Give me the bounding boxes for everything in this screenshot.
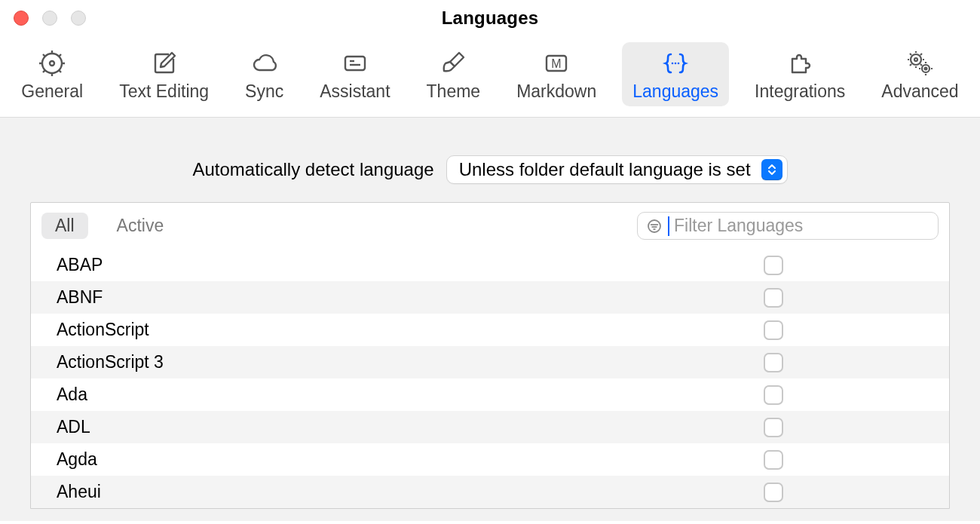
tab-text-editing[interactable]: Text Editing (109, 42, 219, 106)
language-name: ADL (57, 417, 764, 437)
language-row[interactable]: Ada (31, 378, 949, 411)
languages-list: ABAP ABNF ActionScript ActionScript 3 Ad… (31, 249, 949, 508)
tab-sync[interactable]: Sync (234, 42, 294, 106)
tab-label: Theme (427, 81, 481, 102)
window-controls (14, 11, 86, 26)
tab-label: Advanced (881, 81, 958, 102)
language-checkbox[interactable] (764, 256, 783, 275)
tab-label: Integrations (755, 81, 845, 102)
pencil-square-icon (149, 48, 179, 78)
gear-icon (37, 48, 67, 78)
text-cursor (668, 216, 669, 236)
braces-icon (660, 48, 691, 78)
language-name: ABNF (57, 287, 764, 308)
tab-advanced[interactable]: Advanced (871, 42, 969, 106)
languages-panel: All Active ABAP (30, 202, 950, 509)
filter-input[interactable] (674, 216, 930, 236)
autodetect-select[interactable]: Unless folder default language is set (446, 155, 788, 184)
svg-point-7 (672, 63, 674, 65)
svg-point-12 (922, 65, 929, 72)
markdown-icon: M (541, 48, 571, 78)
cloud-icon (250, 48, 280, 78)
tab-label: Sync (245, 81, 283, 102)
svg-point-0 (42, 54, 62, 73)
svg-point-13 (925, 68, 927, 70)
tab-label: Languages (632, 81, 718, 102)
tab-theme[interactable]: Theme (416, 42, 492, 106)
autodetect-value: Unless folder default language is set (459, 159, 761, 180)
tab-assistant[interactable]: Assistant (309, 42, 400, 106)
zoom-window-button[interactable] (71, 11, 86, 26)
language-name: Aheui (57, 482, 764, 502)
gears-icon (905, 48, 935, 78)
language-row[interactable]: ActionScript 3 (31, 346, 949, 378)
language-row[interactable]: Aheui (31, 476, 949, 508)
language-checkbox[interactable] (764, 418, 783, 437)
language-name: ActionScript (57, 320, 764, 340)
svg-text:M: M (552, 57, 562, 70)
filter-field[interactable] (637, 212, 939, 240)
tab-markdown[interactable]: M Markdown (506, 42, 607, 106)
segment-all[interactable]: All (41, 213, 88, 239)
language-row[interactable]: ABAP (31, 249, 949, 281)
preferences-toolbar: General Text Editing Sync Assistant (0, 36, 980, 118)
language-checkbox[interactable] (764, 320, 783, 340)
language-name: Ada (57, 385, 764, 405)
language-row[interactable]: Agda (31, 443, 949, 476)
language-checkbox[interactable] (764, 483, 783, 502)
language-checkbox[interactable] (764, 353, 783, 372)
segment-active[interactable]: Active (103, 213, 178, 239)
minimize-window-button[interactable] (42, 11, 57, 26)
language-row[interactable]: ABNF (31, 281, 949, 314)
svg-point-14 (648, 220, 660, 232)
tab-label: Text Editing (119, 81, 209, 102)
svg-rect-2 (345, 57, 365, 70)
window-title: Languages (442, 8, 539, 29)
language-row[interactable]: ADL (31, 411, 949, 443)
puzzle-icon (785, 48, 815, 78)
language-name: ActionScript 3 (57, 352, 764, 372)
close-window-button[interactable] (14, 11, 29, 26)
tab-label: Assistant (320, 81, 390, 102)
select-stepper-icon (761, 159, 782, 180)
language-name: ABAP (57, 255, 764, 275)
tab-languages[interactable]: Languages (622, 42, 729, 106)
filter-icon (645, 217, 663, 235)
svg-point-10 (911, 54, 921, 65)
svg-point-1 (50, 61, 54, 66)
svg-point-11 (914, 58, 917, 61)
language-checkbox[interactable] (764, 288, 783, 308)
language-checkbox[interactable] (764, 385, 783, 405)
svg-point-9 (678, 63, 680, 65)
tab-general[interactable]: General (11, 42, 93, 106)
language-checkbox[interactable] (764, 450, 783, 470)
tab-integrations[interactable]: Integrations (744, 42, 856, 106)
card-icon (340, 48, 370, 78)
tab-label: Markdown (516, 81, 596, 102)
language-name: Agda (57, 449, 764, 470)
svg-point-8 (675, 63, 677, 65)
filter-segment: All Active (41, 213, 177, 239)
tab-label: General (21, 81, 83, 102)
paintbrush-icon (438, 48, 468, 78)
language-row[interactable]: ActionScript (31, 314, 949, 346)
autodetect-label: Automatically detect language (192, 159, 433, 180)
